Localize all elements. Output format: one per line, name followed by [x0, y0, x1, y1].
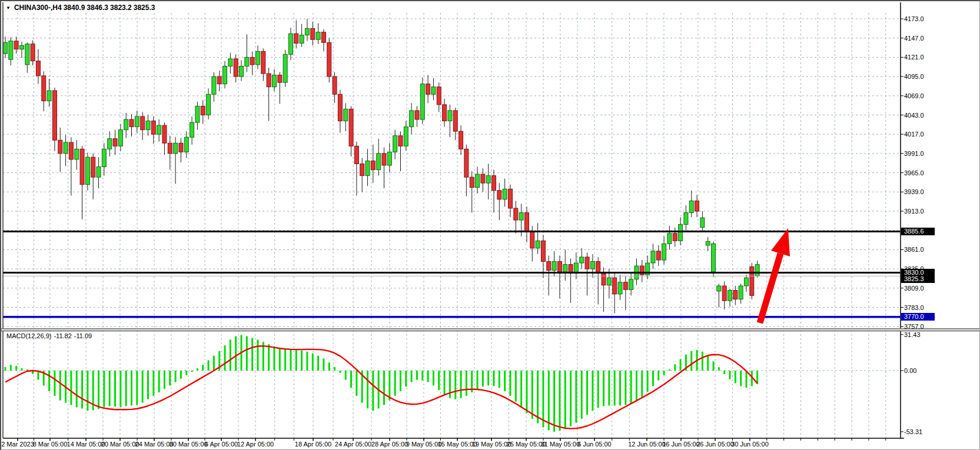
price-level-box: 3885.6 [901, 228, 935, 235]
symbol-period-label: CHINA300-,H4 [14, 4, 62, 12]
panel-separator[interactable] [1, 328, 980, 331]
price-level-box: 3825.3 [901, 275, 935, 283]
price-tick-label: 4121.0 [904, 54, 937, 61]
price-level-box: 3770.0 [901, 313, 935, 321]
price-tick-label: 3965.0 [904, 169, 937, 176]
price-tick-label: 4069.0 [904, 92, 937, 99]
time-axis-label: 9 May 05:00 [406, 441, 442, 448]
price-tick-label: 3757.0 [904, 323, 937, 330]
time-axis-label: 14 Mar 05:00 [67, 441, 105, 448]
time-axis-label: 25 May 05:00 [507, 441, 546, 448]
trend-arrow[interactable] [760, 228, 790, 323]
time-axis-label: 2 Mar 2023 [1, 441, 34, 448]
price-tick-label: 4173.0 [904, 15, 937, 22]
time-axis-label: 6 Apr 05:00 [205, 441, 238, 448]
time-axis-label: 30 Mar 05:00 [170, 441, 208, 448]
price-tick-label: 3913.0 [904, 208, 937, 215]
macd-histogram [5, 335, 759, 432]
chart-title: ▼CHINA300-,H43840.93846.33823.23825.3 [6, 4, 157, 12]
time-axis-label: 26 Jun 05:00 [696, 441, 734, 448]
macd-scale-label: 0.00 [904, 367, 916, 374]
macd-scale-label: 31.43 [904, 331, 921, 338]
candles-layer [4, 19, 760, 314]
time-axis-label: 19 May 05:00 [472, 441, 511, 448]
time-axis-label: 24 Apr 05:00 [335, 441, 371, 448]
axes-frame [3, 2, 904, 441]
price-tick-label: 4147.0 [904, 35, 937, 42]
price-tick-label: 3861.0 [904, 246, 937, 253]
price-tick-label: 4043.0 [904, 112, 937, 119]
time-axis-label: 18 Apr 05:00 [295, 441, 331, 448]
ohlc-open: 3840.9 [64, 4, 85, 12]
macd-indicator-label: MACD(12,26,9)-11.82-11.09 [6, 332, 94, 339]
price-tick-label: 3809.0 [904, 285, 937, 292]
chart-canvas[interactable] [1, 1, 980, 450]
macd-scale-label: -53.31 [904, 428, 922, 435]
macd-signal-line [5, 346, 758, 429]
price-tick-label: 3991.0 [904, 150, 937, 157]
time-axis-label: 12 Apr 05:00 [237, 441, 274, 448]
ohlc-high: 3846.3 [87, 4, 108, 12]
price-tick-label: 4017.0 [904, 131, 937, 138]
time-axis-label: 28 Apr 05:00 [371, 441, 408, 448]
time-axis-label: 12 Jun 05:00 [628, 441, 666, 448]
macd-signal-value: -11.09 [74, 332, 92, 339]
price-tick-label: 4095.0 [904, 73, 937, 80]
time-axis-label: 6 Jun 05:00 [577, 441, 612, 448]
price-tick-label: 3783.0 [904, 304, 937, 311]
time-axis-label: 31 May 05:00 [541, 441, 580, 448]
time-axis-label: 24 Mar 05:00 [135, 441, 174, 448]
macd-main-value: -11.82 [54, 332, 71, 339]
time-axis-label: 15 May 05:00 [438, 441, 477, 448]
chart-window: ▼CHINA300-,H43840.93846.33823.23825.3 MA… [0, 0, 980, 450]
ohlc-low: 3823.2 [110, 4, 132, 12]
time-axis-label: 16 Jun 05:00 [662, 441, 700, 448]
chart-symbol-dropdown-icon[interactable]: ▼ [6, 5, 11, 11]
macd-name: MACD(12,26,9) [6, 332, 51, 339]
price-tick-label: 3939.0 [904, 188, 937, 195]
time-axis-label: 8 Mar 05:00 [33, 441, 68, 448]
ohlc-close: 3825.3 [134, 4, 155, 12]
time-axis-label: 30 Jun 05:00 [731, 441, 769, 448]
time-axis-label: 20 Mar 05:00 [101, 441, 139, 448]
